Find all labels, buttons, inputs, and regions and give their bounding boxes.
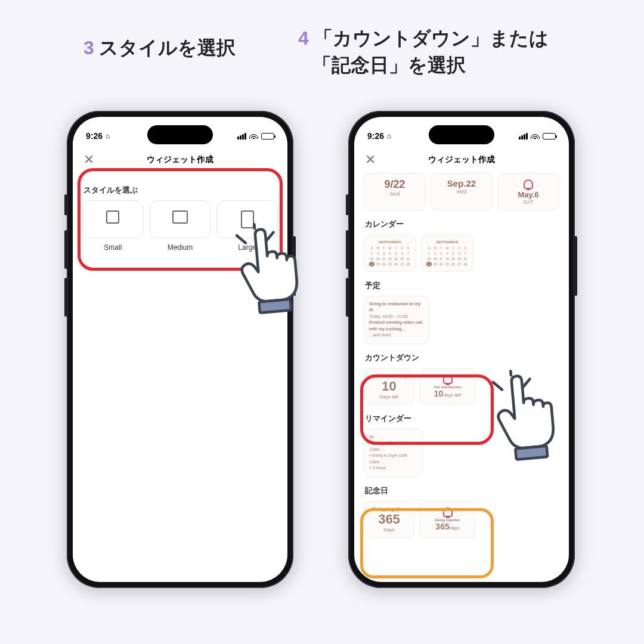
calendar-header: カレンダー [365, 219, 559, 230]
step-3-text: スタイルを選択 [99, 37, 236, 58]
home-indicator-icon: ⌂ [387, 132, 391, 140]
step-3-number: 3 [83, 37, 94, 58]
battery-icon [543, 133, 556, 140]
status-time: 9:26 [367, 131, 384, 141]
wifi-icon [249, 131, 258, 141]
close-button[interactable]: ✕ [83, 152, 94, 168]
dynamic-island [147, 125, 213, 144]
screen-left: 9:26 ⌂ ✕ ウィジェット作成 スタイルを選ぶ Small Medium [73, 117, 287, 582]
signal-icon [237, 133, 246, 140]
style-label-medium: Medium [150, 243, 211, 252]
battery-icon [261, 133, 274, 140]
schedule-card[interactable]: Going to restaurant w/ my bf Today, 18:0… [364, 296, 429, 344]
bell-icon [524, 179, 533, 189]
style-label-small: Small [82, 243, 144, 252]
step-4-text-line1: 「カウントダウン」または [314, 27, 549, 49]
style-section-header: スタイルを選ぶ [83, 185, 278, 196]
bell-icon [443, 374, 453, 384]
calendar-card-1[interactable]: SEPTEMBER SMTWTFS 1234567 15161718192021… [364, 234, 416, 272]
reminder-card[interactable]: All • Going to Gym Until 12am … • Going … [364, 429, 423, 477]
date-card-2[interactable]: Sep.22 wed [431, 173, 493, 210]
nav-bar: ✕ ウィジェット作成 [73, 149, 287, 171]
dynamic-island [429, 125, 494, 144]
bell-icon [443, 507, 453, 517]
home-indicator-icon: ⌂ [106, 132, 110, 140]
style-option-medium[interactable] [150, 200, 211, 239]
signal-icon [519, 133, 528, 140]
phone-frame-right: 9:26 ⌂ ✕ ウィジェット作成 9/22 wed Sep.22 [348, 111, 575, 588]
anniversary-card-1[interactable]: Being together 365 Days [364, 501, 414, 538]
anniversary-card-2[interactable]: Being together 365days [419, 501, 476, 538]
style-label-large: Large [216, 243, 278, 252]
date-card-1[interactable]: 9/22 wed [364, 173, 426, 210]
wifi-icon [531, 131, 540, 141]
status-time: 9:26 [86, 131, 103, 141]
close-button[interactable]: ✕ [365, 152, 376, 168]
countdown-card-2[interactable]: Our anniversary 10days left [419, 368, 476, 405]
countdown-card-1[interactable]: Our anniversary 10 Days left [364, 368, 414, 405]
schedule-header: 予定 [365, 280, 559, 291]
step-3-caption: 3スタイルを選択 [83, 35, 236, 61]
nav-bar: ✕ ウィジェット作成 [354, 149, 569, 171]
date-card-3[interactable]: May.6 SAT [497, 173, 559, 210]
step-4-number: 4 [298, 27, 309, 49]
phone-frame-left: 9:26 ⌂ ✕ ウィジェット作成 スタイルを選ぶ Small Medium [67, 111, 293, 588]
step-4-caption: 4「カウントダウン」または 「記念日」を選択 [298, 25, 549, 79]
anniversary-header: 記念日 [365, 485, 559, 496]
calendar-card-2[interactable]: SEPTEMBER SMTWTFS 1234567 15161718192021… [421, 234, 473, 272]
style-option-large[interactable] [216, 200, 278, 239]
countdown-header: カウントダウン [365, 352, 559, 363]
page-title: ウィジェット作成 [147, 154, 213, 165]
step-4-text-line2: 「記念日」を選択 [312, 54, 466, 76]
screen-right: 9:26 ⌂ ✕ ウィジェット作成 9/22 wed Sep.22 [354, 117, 569, 582]
page-title: ウィジェット作成 [428, 154, 495, 165]
style-option-small[interactable] [82, 200, 144, 239]
reminder-header: リマインダー [365, 413, 559, 424]
